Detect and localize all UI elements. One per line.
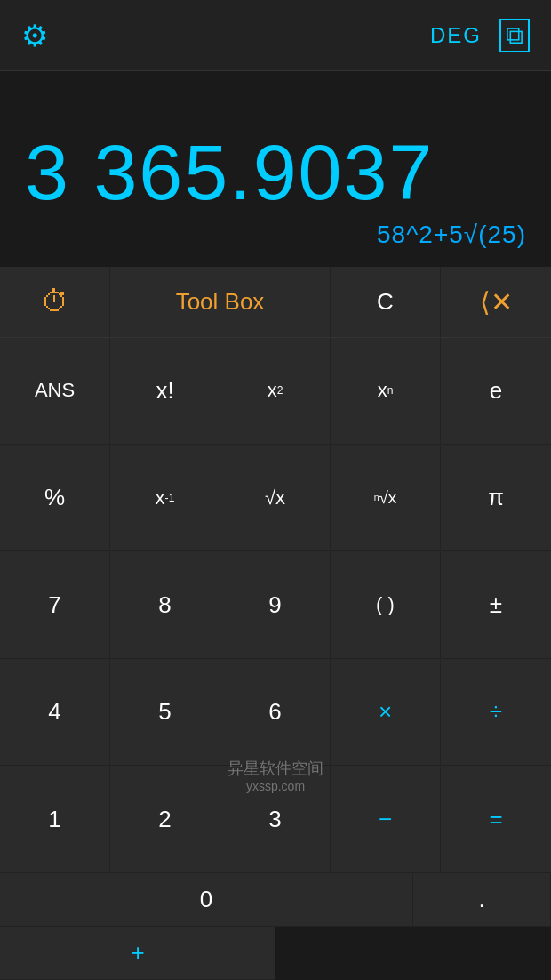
btn-e[interactable]: e — [441, 338, 551, 445]
btn-square[interactable]: x2 — [220, 338, 331, 445]
clear-label: C — [377, 288, 394, 316]
toolbar-row: ⏱ Tool Box C ⟨✕ — [0, 267, 551, 338]
row-3: 7 8 9 ( ) ± — [0, 552, 551, 660]
gear-icon[interactable]: ⚙ — [21, 18, 48, 53]
btn-9[interactable]: 9 — [220, 552, 331, 659]
btn-4[interactable]: 4 — [0, 660, 110, 767]
delete-button[interactable]: ⟨✕ — [441, 267, 551, 337]
btn-2[interactable]: 2 — [110, 767, 220, 873]
btn-3[interactable]: 3 — [220, 767, 331, 873]
clear-button[interactable]: C — [331, 267, 441, 337]
main-number: 3 365.9037 — [25, 133, 526, 212]
btn-xn[interactable]: xn — [331, 338, 441, 445]
btn-6[interactable]: 6 — [220, 660, 331, 767]
btn-divide[interactable]: ÷ — [441, 660, 551, 767]
top-bar: ⚙ DEG ⧉ — [0, 0, 551, 71]
btn-plus[interactable]: + — [0, 927, 276, 980]
btn-ans[interactable]: ANS — [0, 338, 110, 445]
btn-5[interactable]: 5 — [110, 660, 220, 767]
btn-factorial[interactable]: x! — [110, 338, 220, 445]
row-1: ANS x! x2 xn e — [0, 338, 551, 446]
display: 3 365.9037 58^2+5√(25) — [0, 71, 551, 267]
copy-icon[interactable]: ⧉ — [499, 19, 530, 52]
btn-7[interactable]: 7 — [0, 552, 110, 659]
btn-dot[interactable]: . — [413, 874, 551, 928]
btn-minus[interactable]: − — [331, 767, 441, 873]
btn-0[interactable]: 0 — [0, 874, 413, 928]
delete-icon: ⟨✕ — [480, 286, 513, 317]
history-icon: ⏱ — [41, 285, 69, 318]
btn-8[interactable]: 8 — [110, 552, 220, 659]
row-2: % x-1 √x n√x π — [0, 446, 551, 553]
toolbox-button[interactable]: Tool Box — [110, 267, 331, 337]
row-6: 0 . + — [0, 874, 551, 981]
btn-pi[interactable]: π — [441, 446, 551, 552]
btn-multiply[interactable]: × — [331, 660, 441, 767]
btn-sqrt[interactable]: √x — [220, 446, 331, 552]
btn-1[interactable]: 1 — [0, 767, 110, 873]
keypad: ⏱ Tool Box C ⟨✕ ANS x! x2 xn e % x-1 √x … — [0, 267, 551, 980]
mode-label[interactable]: DEG — [430, 23, 482, 48]
btn-equals[interactable]: = — [441, 767, 551, 873]
toolbox-label: Tool Box — [176, 288, 265, 316]
expression: 58^2+5√(25) — [25, 221, 526, 249]
btn-parens[interactable]: ( ) — [331, 552, 441, 659]
btn-plusminus[interactable]: ± — [441, 552, 551, 659]
btn-xinv[interactable]: x-1 — [110, 446, 220, 552]
row-5: 1 2 3 − = — [0, 767, 551, 874]
btn-nroot[interactable]: n√x — [331, 446, 441, 552]
btn-percent[interactable]: % — [0, 446, 110, 552]
history-button[interactable]: ⏱ — [0, 267, 110, 337]
row-4: 4 5 6 × ÷ — [0, 660, 551, 767]
